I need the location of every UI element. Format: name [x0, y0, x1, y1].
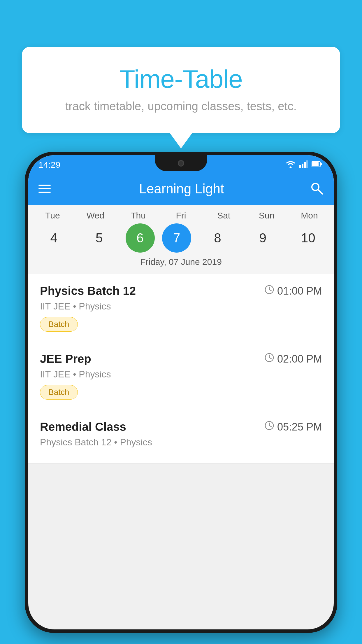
signal-icon [299, 160, 308, 169]
item-time-2: 02:00 PM [264, 353, 322, 365]
day-5[interactable]: 5 [80, 223, 118, 253]
item-time-1: 01:00 PM [264, 285, 322, 297]
selected-date: Friday, 07 June 2019 [31, 257, 331, 270]
schedule-item-2[interactable]: JEE Prep 02:00 PM IIT JEE • Physics [28, 342, 334, 410]
item-title-1: Physics Batch 12 [40, 284, 136, 298]
svg-rect-0 [299, 165, 301, 168]
batch-badge-1: Batch [40, 317, 78, 332]
day-4[interactable]: 4 [35, 223, 73, 253]
day-label-sat[interactable]: Sat [205, 211, 243, 220]
svg-line-8 [318, 190, 322, 194]
day-8[interactable]: 8 [198, 223, 236, 253]
bubble-subtitle: track timetable, upcoming classes, tests… [36, 100, 326, 113]
day-label-thu[interactable]: Thu [119, 211, 157, 220]
day-label-wed[interactable]: Wed [76, 211, 114, 220]
clock-icon-1 [264, 285, 274, 297]
schedule-list: Physics Batch 12 01:00 PM IIT JEE • Phys… [28, 274, 334, 463]
item-subtitle-2: IIT JEE • Physics [40, 369, 322, 380]
phone-inner: 14:29 [28, 155, 334, 629]
day-label-sun[interactable]: Sun [248, 211, 286, 220]
day-numbers: 4 5 6 7 8 9 10 [31, 223, 331, 253]
day-label-fri[interactable]: Fri [162, 211, 200, 220]
clock-icon-3 [264, 421, 274, 433]
item-time-3: 05:25 PM [264, 421, 322, 433]
svg-rect-5 [312, 162, 319, 166]
status-icons [285, 160, 322, 169]
phone-frame: 14:29 [25, 152, 337, 633]
day-label-mon[interactable]: Mon [290, 211, 328, 220]
day-9[interactable]: 9 [244, 223, 282, 253]
search-icon[interactable] [310, 181, 324, 196]
item-title-3: Remedial Class [40, 420, 126, 433]
camera [178, 160, 184, 167]
day-headers: Tue Wed Thu Fri Sat Sun Mon [31, 211, 331, 220]
svg-rect-6 [321, 163, 322, 165]
item-subtitle-3: Physics Batch 12 • Physics [40, 437, 322, 448]
menu-button[interactable] [38, 185, 51, 193]
wifi-icon [285, 160, 296, 169]
bubble-title: Time-Table [36, 64, 326, 94]
item-subtitle-1: IIT JEE • Physics [40, 301, 322, 312]
svg-rect-3 [306, 160, 308, 168]
schedule-item-1[interactable]: Physics Batch 12 01:00 PM IIT JEE • Phys… [28, 274, 334, 342]
battery-icon [312, 161, 322, 169]
status-time: 14:29 [38, 160, 60, 170]
day-7-selected[interactable]: 7 [162, 223, 191, 253]
clock-icon-2 [264, 353, 274, 365]
phone-notch [155, 155, 207, 171]
day-label-tue[interactable]: Tue [34, 211, 71, 220]
day-10[interactable]: 10 [289, 223, 327, 253]
svg-line-11 [269, 290, 271, 291]
svg-line-17 [269, 426, 271, 427]
day-6-today[interactable]: 6 [126, 223, 155, 253]
app-bar: Learning Light [28, 173, 334, 205]
svg-rect-2 [304, 162, 306, 168]
schedule-item-3[interactable]: Remedial Class 05:25 PM Physics Batch 12… [28, 410, 334, 463]
svg-point-7 [312, 183, 319, 190]
svg-rect-1 [302, 164, 303, 168]
app-title: Learning Light [62, 181, 301, 197]
svg-line-14 [269, 358, 271, 359]
batch-badge-2: Batch [40, 385, 78, 400]
calendar-strip: Tue Wed Thu Fri Sat Sun Mon 4 5 6 7 8 9 … [28, 205, 334, 274]
speech-bubble: Time-Table track timetable, upcoming cla… [22, 47, 340, 133]
item-title-2: JEE Prep [40, 352, 91, 365]
